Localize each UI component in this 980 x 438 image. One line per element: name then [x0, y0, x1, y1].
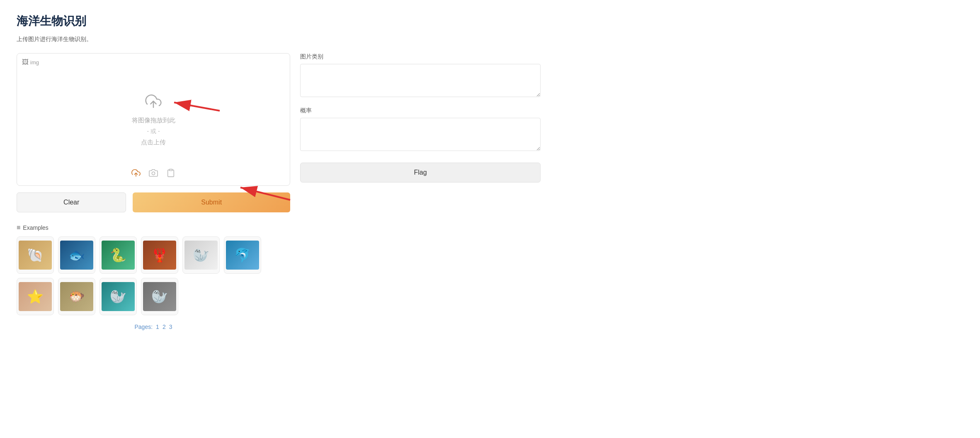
svg-point-2 [152, 172, 155, 175]
examples-label: Examples [23, 224, 48, 231]
flag-button[interactable]: Flag [300, 163, 541, 182]
upload-header-label: img [30, 59, 39, 66]
example-item[interactable]: 🦭 [99, 278, 137, 315]
page-title: 海洋生物识别 [17, 13, 963, 29]
upload-center: 将图像拖放到此 - 或 - 点击上传 [132, 93, 175, 146]
example-item[interactable]: 🦭 [141, 278, 178, 315]
example-item[interactable]: 🦞 [141, 236, 178, 274]
click-text: 点击上传 [141, 139, 166, 146]
examples-section: ≡ Examples 🐚 🐟 🐍 [17, 224, 290, 330]
category-label: 图片类别 [300, 53, 541, 61]
image-icon: 🖼 [22, 58, 29, 66]
action-buttons: Clear Submit [17, 192, 290, 212]
examples-menu-icon: ≡ [17, 224, 20, 231]
upload-header: 🖼 img [22, 58, 39, 66]
probability-label: 概率 [300, 107, 541, 114]
upload-area[interactable]: 🖼 img 将图像拖放到此 - 或 - 点击上传 [17, 53, 290, 186]
example-item[interactable]: 🦭 [182, 236, 220, 274]
page-3[interactable]: 3 [169, 324, 172, 330]
examples-header: ≡ Examples [17, 224, 290, 231]
or-text: - 或 - [147, 128, 160, 135]
pagination: Pages: 1 2 3 [17, 324, 290, 330]
category-textarea[interactable] [300, 64, 541, 97]
pages-label: Pages: [135, 324, 153, 330]
example-item[interactable]: 🐡 [58, 278, 95, 315]
example-item[interactable]: 🐍 [99, 236, 137, 274]
clipboard-icon[interactable] [166, 168, 175, 180]
example-item[interactable]: 🐬 [224, 236, 261, 274]
page-subtitle: 上传图片进行海洋生物识别。 [17, 36, 963, 43]
examples-grid: 🐚 🐟 🐍 🦞 🦭 [17, 236, 290, 315]
upload-footer [17, 168, 290, 180]
category-field-group: 图片类别 [300, 53, 541, 99]
clear-button[interactable]: Clear [17, 192, 126, 212]
example-item[interactable]: 🐟 [58, 236, 95, 274]
example-item[interactable]: 🐚 [17, 236, 54, 274]
upload-icon [145, 93, 162, 113]
camera-icon[interactable] [149, 168, 158, 180]
drag-text: 将图像拖放到此 [132, 117, 175, 124]
page-2[interactable]: 2 [163, 324, 166, 330]
submit-button[interactable]: Submit [133, 192, 290, 212]
example-item[interactable]: ⭐ [17, 278, 54, 315]
probability-textarea[interactable] [300, 118, 541, 151]
upload-button-icon[interactable] [131, 168, 141, 180]
svg-rect-3 [169, 169, 172, 171]
right-panel: 图片类别 概率 Flag [300, 53, 541, 182]
probability-field-group: 概率 [300, 107, 541, 153]
page-1[interactable]: 1 [156, 324, 159, 330]
left-panel: 🖼 img 将图像拖放到此 - 或 - 点击上传 [17, 53, 290, 330]
